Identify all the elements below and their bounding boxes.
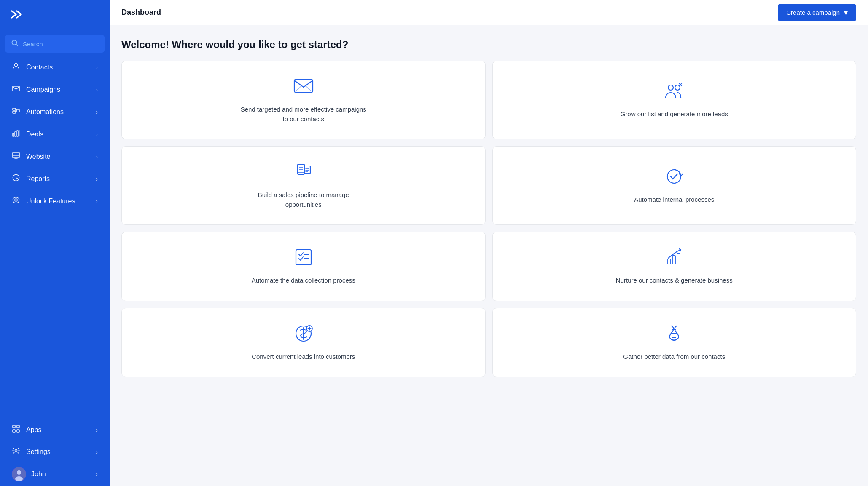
cards-grid: Send targeted and more effective campaig… [121, 61, 856, 377]
unlock-icon [12, 196, 20, 206]
svg-point-20 [16, 200, 16, 200]
svg-rect-21 [13, 425, 15, 428]
card-gather-text: Gather better data from our contacts [623, 352, 725, 362]
svg-rect-6 [16, 109, 19, 112]
campaigns-chevron: › [96, 86, 98, 93]
card-gather[interactable]: Gather better data from our contacts [492, 308, 857, 377]
sidebar: Contacts › Campaigns › [0, 0, 110, 486]
card-nurture[interactable]: Nurture our contacts & generate business [492, 232, 857, 301]
automations-label: Automations [26, 108, 64, 116]
sidebar-item-unlock-features[interactable]: Unlock Features › [3, 190, 106, 212]
card-leads[interactable]: Grow our list and generate more leads [492, 61, 857, 139]
automations-chevron: › [96, 109, 98, 115]
svg-point-0 [12, 40, 17, 45]
page-title: Dashboard [121, 8, 161, 17]
user-profile-item[interactable]: John › [3, 463, 106, 486]
card-pipeline[interactable]: Build a sales pipeline to manage opportu… [121, 146, 486, 225]
search-bar[interactable] [5, 35, 105, 53]
welcome-title: Welcome! Where would you like to get sta… [121, 39, 856, 51]
svg-rect-51 [668, 259, 671, 264]
campaigns-label: Campaigns [26, 86, 60, 93]
svg-point-28 [15, 476, 23, 481]
svg-rect-12 [19, 130, 20, 136]
svg-rect-53 [677, 253, 680, 264]
deals-chevron: › [96, 131, 98, 138]
contacts-label: Contacts [26, 64, 53, 71]
automations-icon [12, 107, 20, 117]
website-chevron: › [96, 153, 98, 160]
settings-label: Settings [26, 448, 51, 456]
automate-icon [663, 166, 685, 189]
contacts-chevron: › [96, 64, 98, 71]
svg-point-25 [15, 450, 17, 452]
reports-chevron: › [96, 176, 98, 182]
svg-rect-4 [13, 108, 16, 110]
card-nurture-text: Nurture our contacts & generate business [616, 276, 733, 286]
apps-chevron: › [96, 427, 98, 433]
reports-icon [12, 174, 20, 184]
campaigns-icon [12, 84, 20, 95]
svg-rect-10 [15, 132, 16, 136]
svg-rect-5 [13, 111, 16, 113]
sidebar-item-apps[interactable]: Apps › [3, 419, 106, 441]
svg-rect-13 [13, 152, 19, 158]
user-chevron: › [96, 471, 98, 478]
contacts-icon [12, 62, 20, 72]
svg-line-1 [16, 45, 18, 46]
search-icon [11, 39, 19, 48]
apps-icon [12, 425, 20, 435]
svg-point-2 [15, 64, 18, 67]
leads-icon [663, 81, 685, 104]
search-input[interactable] [23, 40, 99, 48]
card-data[interactable]: Automate the data collection process [121, 232, 486, 301]
convert-icon [293, 323, 314, 346]
card-data-text: Automate the data collection process [252, 276, 355, 286]
svg-rect-11 [17, 131, 18, 136]
create-campaign-label: Create a campaign [786, 9, 840, 16]
card-pipeline-text: Build a sales pipeline to manage opportu… [240, 190, 367, 209]
logo[interactable] [0, 0, 110, 32]
reports-label: Reports [26, 175, 50, 183]
sidebar-item-deals[interactable]: Deals › [3, 123, 106, 145]
website-icon [12, 151, 20, 162]
gather-icon [663, 323, 685, 346]
sidebar-item-reports[interactable]: Reports › [3, 168, 106, 190]
card-convert[interactable]: Convert current leads into customers [121, 308, 486, 377]
card-automate[interactable]: Automate internal processes [492, 146, 857, 225]
email-icon [293, 76, 314, 99]
card-convert-text: Convert current leads into customers [252, 352, 355, 362]
unlock-features-chevron: › [96, 198, 98, 205]
data-icon [293, 247, 314, 270]
create-campaign-button[interactable]: Create a campaign ▾ [778, 4, 856, 21]
unlock-features-label: Unlock Features [26, 198, 75, 205]
sidebar-item-website[interactable]: Website › [3, 146, 106, 167]
svg-rect-23 [13, 430, 15, 432]
card-campaigns[interactable]: Send targeted and more effective campaig… [121, 61, 486, 139]
sidebar-item-settings[interactable]: Settings › [3, 441, 106, 462]
sidebar-item-contacts[interactable]: Contacts › [3, 56, 106, 78]
user-name: John [31, 470, 46, 478]
create-campaign-chevron-icon: ▾ [844, 8, 848, 17]
settings-chevron: › [96, 449, 98, 455]
svg-rect-22 [17, 425, 19, 428]
settings-icon [12, 446, 20, 457]
website-label: Website [26, 153, 51, 160]
pipeline-icon [293, 162, 314, 184]
topbar: Dashboard Create a campaign ▾ [110, 0, 868, 25]
svg-rect-24 [17, 430, 19, 432]
dashboard-content: Welcome! Where would you like to get sta… [110, 25, 868, 390]
card-leads-text: Grow our list and generate more leads [621, 109, 728, 119]
main-content: Dashboard Create a campaign ▾ Welcome! W… [110, 0, 868, 486]
svg-rect-45 [296, 250, 311, 265]
logo-icon [10, 8, 24, 24]
sidebar-item-campaigns[interactable]: Campaigns › [3, 79, 106, 100]
svg-rect-40 [304, 166, 310, 174]
svg-rect-9 [13, 133, 14, 136]
card-automate-text: Automate internal processes [634, 195, 714, 205]
sidebar-bottom: Apps › Settings › [0, 416, 110, 486]
card-campaigns-text: Send targeted and more effective campaig… [240, 105, 367, 124]
avatar [12, 467, 26, 481]
sidebar-item-automations[interactable]: Automations › [3, 101, 106, 123]
deals-icon [12, 129, 20, 139]
deals-label: Deals [26, 131, 43, 138]
